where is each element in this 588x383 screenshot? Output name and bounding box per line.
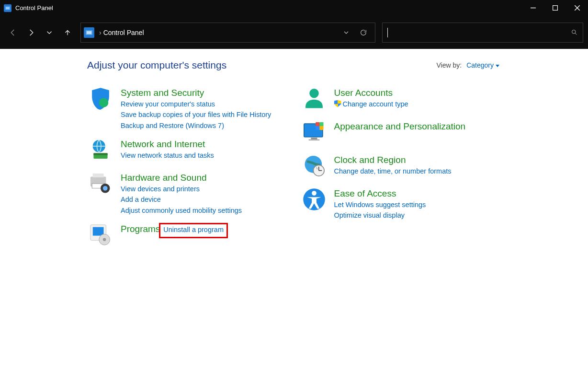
category-link[interactable]: View devices and printers [121,184,242,194]
category-system-security: System and Security Review your computer… [87,86,286,131]
svg-rect-15 [93,174,104,177]
svg-rect-1 [6,7,10,9]
category-link[interactable]: Adjust commonly used mobility settings [121,205,242,216]
category-network-internet: Network and Internet View network status… [87,138,286,164]
category-appearance: Appearance and Personalization [301,120,500,147]
category-link[interactable]: Add a device [121,194,242,205]
svg-rect-20 [93,227,104,236]
category-link[interactable]: Change date, time, or number formats [334,166,452,176]
category-clock-region: L Clock and Region Change date, time, or… [301,153,500,180]
content-area: Adjust your computer's settings View by:… [0,49,588,256]
svg-rect-26 [311,138,317,139]
svg-rect-31 [319,126,323,130]
category-title[interactable]: Appearance and Personalization [334,121,466,131]
category-link[interactable]: Backup and Restore (Windows 7) [121,120,271,131]
category-link[interactable]: Save backup copies of your files with Fi… [121,109,271,120]
shield-icon [87,86,114,113]
page-heading: Adjust your computer's settings [87,59,226,71]
svg-point-18 [103,186,108,191]
recent-locations-button[interactable] [41,24,57,41]
breadcrumb-separator: › [99,29,102,36]
right-column: User Accounts Change account type Appear… [301,86,500,256]
refresh-button[interactable] [355,29,372,36]
close-button[interactable] [566,0,588,16]
chevron-down-icon [496,65,499,67]
search-box[interactable] [382,23,583,43]
svg-rect-29 [319,122,323,126]
category-link[interactable]: Let Windows suggest settings [334,199,426,210]
programs-icon [87,222,114,249]
up-button[interactable] [59,24,76,41]
svg-point-22 [103,238,106,242]
navigation-bar: › Control Panel [0,16,588,49]
control-panel-path-icon [84,27,94,38]
address-bar[interactable]: › Control Panel [80,23,375,43]
svg-point-10 [99,98,109,107]
globe-network-icon [87,138,114,164]
control-panel-app-icon [4,4,11,12]
minimize-button[interactable] [522,0,544,16]
category-title[interactable]: Network and Internet [121,139,205,149]
svg-rect-28 [316,122,319,126]
category-link[interactable]: View network status and tasks [121,150,214,161]
highlight-annotation: Uninstall a program [159,223,228,238]
svg-rect-27 [308,139,319,140]
category-programs: Programs Uninstall a program [87,222,286,249]
left-column: System and Security Review your computer… [87,86,286,256]
breadcrumb-root[interactable]: Control Panel [103,29,144,36]
forward-button[interactable] [23,24,39,41]
svg-line-9 [575,33,577,35]
view-by-selector[interactable]: Category [466,61,499,69]
title-bar: Control Panel [0,0,588,16]
category-title[interactable]: Programs [121,224,160,234]
view-by-value: Category [466,61,494,69]
user-icon [301,86,328,113]
category-title[interactable]: User Accounts [334,88,393,98]
svg-rect-3 [553,6,557,11]
svg-point-23 [309,89,319,98]
address-history-dropdown[interactable] [338,29,355,36]
category-hardware-sound: Hardware and Sound View devices and prin… [87,171,286,216]
svg-point-8 [572,30,576,34]
accessibility-icon [301,187,328,214]
monitor-icon [301,120,328,147]
printer-camera-icon [87,171,114,198]
category-title[interactable]: Ease of Access [334,188,396,198]
category-ease-of-access: Ease of Access Let Windows suggest setti… [301,187,500,221]
maximize-button[interactable] [544,0,566,16]
svg-point-38 [312,191,317,196]
uninstall-program-link[interactable]: Uninstall a program [163,224,224,235]
category-link[interactable]: Review your computer's status [121,99,271,109]
svg-rect-13 [93,153,107,155]
svg-rect-7 [87,31,91,34]
category-link[interactable]: Optimize visual display [334,210,426,221]
category-title[interactable]: System and Security [121,88,204,98]
window-title: Control Panel [15,4,53,12]
svg-text:L: L [316,166,318,170]
category-link[interactable]: Change account type [334,99,408,109]
search-icon [571,29,578,36]
view-by-label: View by: [437,61,462,69]
category-user-accounts: User Accounts Change account type [301,86,500,113]
text-cursor [387,28,388,37]
svg-rect-30 [316,126,319,130]
back-button[interactable] [5,24,21,41]
clock-globe-icon: L [301,153,328,180]
category-title[interactable]: Clock and Region [334,155,406,165]
category-title[interactable]: Hardware and Sound [121,173,207,183]
